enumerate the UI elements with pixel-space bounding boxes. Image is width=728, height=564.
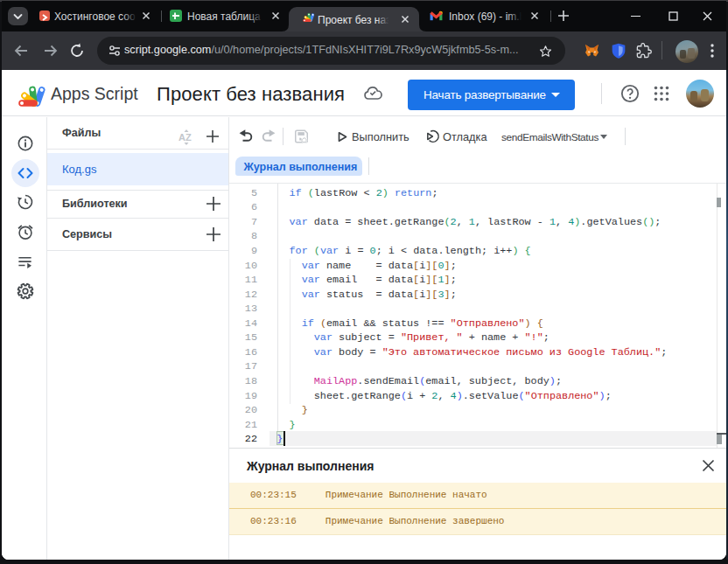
svg-text:AZ: AZ <box>178 132 192 143</box>
